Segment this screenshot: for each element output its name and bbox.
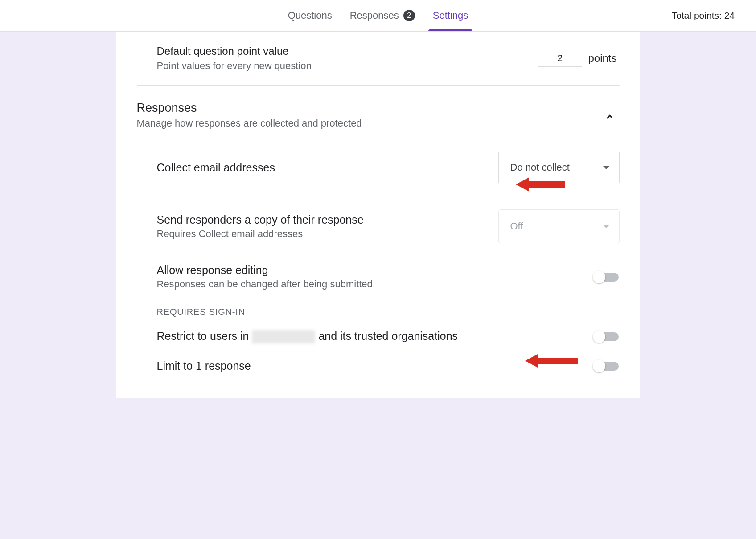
- org-name-redacted: [252, 330, 315, 343]
- toggle-thumb: [593, 271, 605, 283]
- send-copy-desc: Requires Collect email addresses: [157, 228, 364, 240]
- responses-section-title: Responses: [137, 101, 362, 115]
- default-question-description: Point values for every new question: [157, 60, 538, 72]
- tab-responses-label: Responses: [350, 10, 399, 21]
- allow-edit-description: Responses can be changed after being sub…: [157, 278, 373, 290]
- svg-marker-0: [516, 177, 565, 192]
- send-copy-selected: Off: [510, 220, 523, 232]
- point-input-wrapper: points: [538, 50, 619, 67]
- default-question-text: Default question point value Point value…: [157, 45, 538, 72]
- responses-section-description: Manage how responses are collected and p…: [137, 118, 362, 129]
- restrict-users-label: Restrict to users in and its trusted org…: [157, 330, 458, 343]
- allow-edit-text: Allow response editing Responses can be …: [157, 264, 373, 290]
- requires-signin-header: REQUIRES SIGN-IN: [157, 298, 620, 322]
- send-copy-text: Send responders a copy of their response…: [157, 213, 364, 240]
- responses-section-text: Responses Manage how responses are colle…: [137, 101, 362, 129]
- points-unit-label: points: [588, 52, 619, 65]
- limit-one-label: Limit to 1 response: [157, 359, 251, 372]
- responses-count-badge: 2: [403, 10, 415, 21]
- default-question-point-row: Default question point value Point value…: [137, 32, 620, 86]
- default-question-title: Default question point value: [157, 45, 538, 57]
- responses-section-header: Responses Manage how responses are colle…: [137, 86, 620, 138]
- tab-settings-label: Settings: [433, 10, 468, 21]
- restrict-suffix: and its trusted organisations: [315, 330, 458, 342]
- header-tabs-bar: Questions Responses 2 Settings Total poi…: [0, 0, 756, 32]
- tab-questions[interactable]: Questions: [279, 0, 341, 31]
- chevron-up-icon[interactable]: [603, 110, 616, 123]
- annotation-arrow-2: [525, 351, 578, 372]
- toggle-thumb: [593, 360, 605, 372]
- svg-marker-1: [525, 354, 578, 368]
- restrict-users-row: Restrict to users in and its trusted org…: [157, 322, 620, 351]
- allow-edit-row: Allow response editing Responses can be …: [157, 256, 620, 298]
- tab-settings[interactable]: Settings: [424, 0, 477, 31]
- allow-edit-label: Allow response editing: [157, 264, 373, 277]
- total-points-display: Total points: 24: [672, 10, 735, 21]
- point-value-input[interactable]: [538, 50, 582, 67]
- send-copy-dropdown: Off: [498, 209, 620, 243]
- collect-email-selected: Do not collect: [510, 162, 570, 173]
- settings-card: Default question point value Point value…: [116, 32, 640, 398]
- restrict-prefix: Restrict to users in: [157, 330, 252, 342]
- collect-email-text: Collect email addresses: [157, 161, 275, 174]
- restrict-users-toggle[interactable]: [594, 332, 619, 341]
- tabs-container: Questions Responses 2 Settings: [279, 0, 477, 31]
- allow-edit-toggle[interactable]: [594, 273, 619, 282]
- annotation-arrow-1: [516, 175, 565, 196]
- tab-responses[interactable]: Responses 2: [341, 0, 424, 31]
- send-copy-desc-bold: Collect email addresses: [199, 228, 303, 239]
- tab-questions-label: Questions: [288, 10, 332, 21]
- toggle-thumb: [593, 331, 605, 343]
- send-copy-desc-prefix: Requires: [157, 228, 199, 239]
- dropdown-arrow-icon: [603, 166, 609, 169]
- send-copy-row: Send responders a copy of their response…: [157, 197, 620, 256]
- send-copy-label: Send responders a copy of their response: [157, 213, 364, 226]
- content-wrapper: Default question point value Point value…: [0, 32, 756, 398]
- limit-one-toggle[interactable]: [594, 362, 619, 371]
- collect-email-label: Collect email addresses: [157, 161, 275, 174]
- dropdown-arrow-icon: [603, 225, 609, 228]
